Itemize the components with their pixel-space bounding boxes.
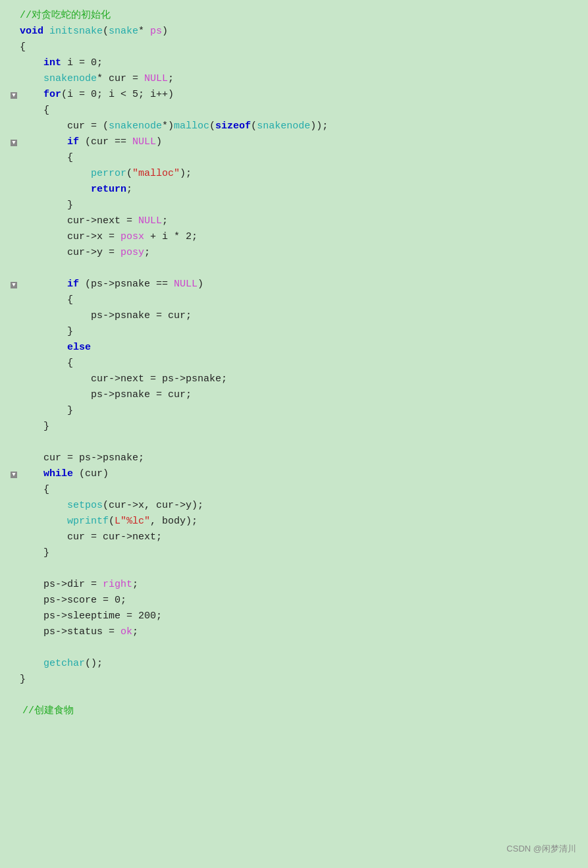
- brace-close-while: }: [20, 545, 577, 561]
- perror-line: perror("malloc");: [20, 166, 577, 182]
- while-loop: while (cur): [20, 466, 577, 482]
- blank-17: [20, 261, 577, 277]
- gutter-9[interactable]: ▼: [5, 140, 17, 146]
- brace-close-if2: }: [20, 324, 577, 340]
- collapse-icon-while[interactable]: ▼: [11, 472, 17, 478]
- brace-open-1: {: [20, 40, 577, 55]
- code-line-7: {: [5, 103, 577, 119]
- wprintf-line: wprintf(L"%lc", body);: [20, 514, 577, 529]
- code-line-3: {: [5, 40, 577, 55]
- code-line-41: [5, 640, 577, 656]
- code-line-15: cur->x = posx + i * 2;: [5, 229, 577, 245]
- brace-close-else: }: [20, 403, 577, 419]
- code-line-38: ps->score = 0;: [5, 593, 577, 609]
- blank-28: [20, 435, 577, 450]
- code-line-26: }: [5, 403, 577, 419]
- code-line-22: else: [5, 340, 577, 356]
- code-line-31: {: [5, 482, 577, 498]
- gutter-30[interactable]: ▼: [5, 472, 17, 478]
- return-line: return;: [20, 182, 577, 198]
- var-cur: snakenode* cur = NULL;: [20, 71, 577, 87]
- code-line-8: cur = (snakenode*)malloc(sizeof(snakenod…: [5, 119, 577, 134]
- code-line-6: ▼ for(i = 0; i < 5; i++): [5, 87, 577, 103]
- code-line-11: perror("malloc");: [5, 166, 577, 182]
- code-line-1: //对贪吃蛇的初始化: [5, 8, 577, 24]
- code-line-16: cur->y = posy;: [5, 245, 577, 261]
- code-line-2: void initsnake(snake* ps): [5, 24, 577, 40]
- var-i: int i = 0;: [20, 55, 577, 71]
- code-line-20: ps->psnake = cur;: [5, 308, 577, 324]
- cur-x: cur->x = posx + i * 2;: [20, 229, 577, 245]
- blank-36: [20, 561, 577, 577]
- code-line-14: cur->next = NULL;: [5, 213, 577, 229]
- code-line-43: }: [5, 672, 577, 688]
- code-line-23: {: [5, 356, 577, 371]
- code-line-17: [5, 261, 577, 277]
- brace-open-if1: {: [20, 150, 577, 166]
- code-line-45: //创建食物: [5, 703, 577, 719]
- code-line-10: {: [5, 150, 577, 166]
- psnake-cur: ps->psnake = cur;: [20, 308, 577, 324]
- brace-open-for: {: [20, 103, 577, 119]
- psnake-cur-2: ps->psnake = cur;: [20, 387, 577, 403]
- code-line-42: getchar();: [5, 656, 577, 672]
- ps-sleeptime: ps->sleeptime = 200;: [20, 609, 577, 624]
- code-line-19: {: [5, 292, 577, 308]
- brace-open-while: {: [20, 482, 577, 498]
- gutter-18[interactable]: ▼: [5, 282, 17, 288]
- code-line-13: }: [5, 198, 577, 213]
- code-line-29: cur = ps->psnake;: [5, 450, 577, 466]
- gutter-6[interactable]: ▼: [5, 92, 17, 99]
- watermark: CSDN @闲梦清川: [506, 842, 576, 856]
- blank-41: [20, 640, 577, 656]
- for-loop: for(i = 0; i < 5; i++): [20, 87, 577, 103]
- func-decl: void initsnake(snake* ps): [20, 24, 577, 40]
- collapse-icon-if1[interactable]: ▼: [11, 140, 17, 146]
- code-line-36: [5, 561, 577, 577]
- code-line-24: cur->next = ps->psnake;: [5, 371, 577, 387]
- code-line-39: ps->sleeptime = 200;: [5, 609, 577, 624]
- ps-dir: ps->dir = right;: [20, 577, 577, 593]
- cur-psnake: cur = ps->psnake;: [20, 450, 577, 466]
- code-line-9: ▼ if (cur == NULL): [5, 134, 577, 150]
- code-line-30: ▼ while (cur): [5, 466, 577, 482]
- code-line-35: }: [5, 545, 577, 561]
- code-line-4: int i = 0;: [5, 55, 577, 71]
- comment-food: //创建食物: [20, 703, 577, 719]
- blank-44: [20, 688, 577, 703]
- code-line-32: setpos(cur->x, cur->y);: [5, 498, 577, 514]
- brace-open-if2: {: [20, 292, 577, 308]
- code-line-12: return;: [5, 182, 577, 198]
- code-line-28: [5, 435, 577, 450]
- code-block: //对贪吃蛇的初始化 void initsnake(snake* ps) { i…: [0, 5, 588, 722]
- code-line-18: ▼ if (ps->psnake == NULL): [5, 277, 577, 292]
- code-line-27: }: [5, 419, 577, 435]
- code-line-5: snakenode* cur = NULL;: [5, 71, 577, 87]
- code-line-34: cur = cur->next;: [5, 529, 577, 545]
- brace-close-for: }: [20, 419, 577, 435]
- collapse-icon-for[interactable]: ▼: [11, 92, 17, 99]
- code-line-40: ps->status = ok;: [5, 624, 577, 640]
- brace-close-if1: }: [20, 198, 577, 213]
- cur-next-2: cur = cur->next;: [20, 529, 577, 545]
- cur-next-psnake: cur->next = ps->psnake;: [20, 371, 577, 387]
- if-psnake-null: if (ps->psnake == NULL): [20, 277, 577, 292]
- if-null: if (cur == NULL): [20, 134, 577, 150]
- ps-status: ps->status = ok;: [20, 624, 577, 640]
- code-line-37: ps->dir = right;: [5, 577, 577, 593]
- ps-score: ps->score = 0;: [20, 593, 577, 609]
- code-line-21: }: [5, 324, 577, 340]
- code-line-44: [5, 688, 577, 703]
- setpos-line: setpos(cur->x, cur->y);: [20, 498, 577, 514]
- getchar-line: getchar();: [20, 656, 577, 672]
- brace-close-main: }: [20, 672, 577, 688]
- cur-y: cur->y = posy;: [20, 245, 577, 261]
- malloc-line: cur = (snakenode*)malloc(sizeof(snakenod…: [20, 119, 577, 134]
- code-line-25: ps->psnake = cur;: [5, 387, 577, 403]
- else-keyword: else: [20, 340, 577, 356]
- cur-next: cur->next = NULL;: [20, 213, 577, 229]
- comment-initsnake: //对贪吃蛇的初始化: [20, 8, 577, 24]
- collapse-icon-if2[interactable]: ▼: [11, 282, 17, 288]
- brace-open-else: {: [20, 356, 577, 371]
- code-line-33: wprintf(L"%lc", body);: [5, 514, 577, 529]
